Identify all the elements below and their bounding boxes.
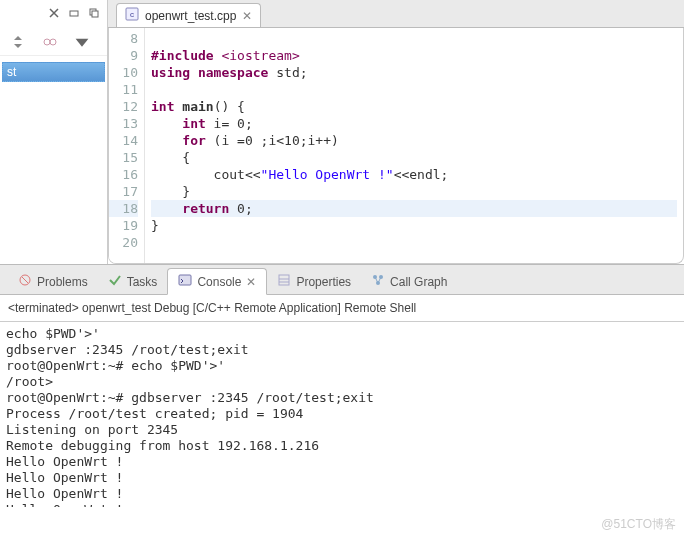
svg-rect-10 bbox=[179, 275, 191, 285]
console-icon bbox=[178, 273, 192, 290]
code-line[interactable]: cout<<"Hello OpenWrt !"<<endl; bbox=[151, 166, 677, 183]
tab-problems[interactable]: Problems bbox=[8, 269, 98, 294]
link-editor-icon[interactable] bbox=[42, 34, 58, 50]
console-output[interactable]: echo $PWD'>' gdbserver :2345 /root/test;… bbox=[0, 321, 684, 507]
cpp-file-icon: c bbox=[125, 7, 139, 24]
bottom-tabbar: Problems Tasks Console ✕ Properties Call… bbox=[0, 265, 684, 295]
editor-panel: c openwrt_test.cpp ✕ 8910111213141516171… bbox=[108, 0, 684, 264]
code-line[interactable]: int i= 0; bbox=[151, 115, 677, 132]
line-number: 8 bbox=[109, 30, 138, 47]
line-number: 12 bbox=[109, 98, 138, 115]
code-line[interactable] bbox=[151, 30, 677, 47]
code-line[interactable]: int main() { bbox=[151, 98, 677, 115]
svg-text:c: c bbox=[130, 10, 134, 19]
tab-properties[interactable]: Properties bbox=[267, 269, 361, 294]
tab-label: Problems bbox=[37, 275, 88, 289]
line-number: 11 bbox=[109, 81, 138, 98]
code-line[interactable]: { bbox=[151, 149, 677, 166]
problems-icon bbox=[18, 273, 32, 290]
tasks-icon bbox=[108, 273, 122, 290]
tab-label: Tasks bbox=[127, 275, 158, 289]
tab-callgraph[interactable]: Call Graph bbox=[361, 269, 457, 294]
close-icon[interactable]: ✕ bbox=[242, 9, 252, 23]
svg-rect-11 bbox=[279, 275, 289, 285]
svg-rect-0 bbox=[70, 11, 78, 16]
code-line[interactable]: for (i =0 ;i<10;i++) bbox=[151, 132, 677, 149]
line-number: 19 bbox=[109, 217, 138, 234]
line-number: 16 bbox=[109, 166, 138, 183]
bottom-panel: Problems Tasks Console ✕ Properties Call… bbox=[0, 264, 684, 507]
line-number: 10 bbox=[109, 64, 138, 81]
tab-label: Properties bbox=[296, 275, 351, 289]
maximize-icon[interactable] bbox=[89, 7, 99, 21]
close-icon[interactable]: ✕ bbox=[246, 275, 256, 289]
minimize-icon[interactable] bbox=[69, 7, 79, 21]
tab-tasks[interactable]: Tasks bbox=[98, 269, 168, 294]
editor-tabbar: c openwrt_test.cpp ✕ bbox=[108, 0, 684, 28]
code-line[interactable]: } bbox=[151, 217, 677, 234]
code-line[interactable]: } bbox=[151, 183, 677, 200]
svg-point-4 bbox=[50, 39, 56, 45]
line-number: 20 bbox=[109, 234, 138, 251]
menu-dropdown-icon[interactable] bbox=[74, 34, 90, 50]
line-number: 14 bbox=[109, 132, 138, 149]
side-panel: st bbox=[0, 0, 108, 264]
line-number: 18 bbox=[109, 200, 138, 217]
line-number: 17 bbox=[109, 183, 138, 200]
project-tree-item[interactable]: st bbox=[2, 62, 105, 82]
watermark: @51CTO博客 bbox=[601, 516, 676, 533]
tab-label: Call Graph bbox=[390, 275, 447, 289]
close-icon[interactable] bbox=[49, 7, 59, 21]
callgraph-icon bbox=[371, 273, 385, 290]
line-number: 13 bbox=[109, 115, 138, 132]
project-tree-item-label: st bbox=[7, 65, 16, 79]
svg-rect-2 bbox=[92, 11, 98, 17]
editor-tab-filename: openwrt_test.cpp bbox=[145, 9, 236, 23]
code-line[interactable]: #include <iostream> bbox=[151, 47, 677, 64]
code-line[interactable]: return 0; bbox=[151, 200, 677, 217]
code-line[interactable] bbox=[151, 81, 677, 98]
tab-label: Console bbox=[197, 275, 241, 289]
line-number: 9 bbox=[109, 47, 138, 64]
code-editor[interactable]: 891011121314151617181920 #include <iostr… bbox=[108, 28, 684, 264]
line-number: 15 bbox=[109, 149, 138, 166]
svg-point-3 bbox=[44, 39, 50, 45]
collapse-icon[interactable] bbox=[10, 34, 26, 50]
code-line[interactable] bbox=[151, 234, 677, 251]
editor-tab[interactable]: c openwrt_test.cpp ✕ bbox=[116, 3, 261, 27]
console-status: <terminated> openwrt_test Debug [C/C++ R… bbox=[0, 295, 684, 321]
tab-console[interactable]: Console ✕ bbox=[167, 268, 267, 295]
code-line[interactable]: using namespace std; bbox=[151, 64, 677, 81]
properties-icon bbox=[277, 273, 291, 290]
